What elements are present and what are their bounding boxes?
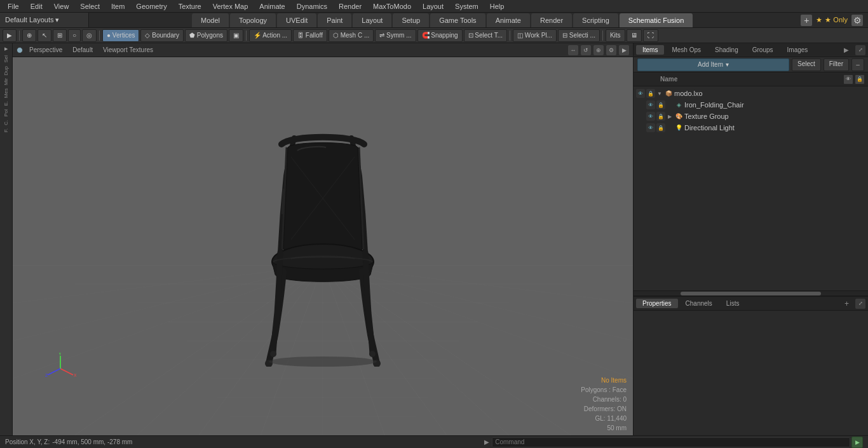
tab-schematic-fusion[interactable]: Schematic Fusion: [620, 13, 693, 27]
tab-groups[interactable]: Groups: [746, 45, 780, 55]
sidebar-expand[interactable]: ▶: [1, 44, 12, 53]
action-button[interactable]: ⚡ Action ...: [249, 29, 292, 42]
sidebar-label-c[interactable]: C.: [3, 119, 10, 126]
tree-row-modo-lxo[interactable]: 👁 🔒 ▼ 📦 modo.lxo: [634, 88, 868, 99]
perspective-label[interactable]: Perspective: [25, 46, 66, 53]
rotate-btn[interactable]: ↺: [581, 45, 591, 55]
sidebar-label-pol[interactable]: Pol: [3, 108, 10, 118]
tab-render[interactable]: Render: [531, 13, 572, 27]
tab-game-tools[interactable]: Game Tools: [430, 13, 485, 27]
add-item-button[interactable]: Add Item ▾: [637, 58, 789, 71]
tree-row-chair[interactable]: 👁 🔒 ◈ Iron_Folding_Chair: [634, 99, 868, 111]
fullscreen-btn[interactable]: ⛶: [643, 29, 658, 42]
menu-layout[interactable]: Layout: [417, 1, 449, 11]
kits-button[interactable]: Kits: [606, 29, 625, 42]
sidebar-label-mir[interactable]: Mir: [3, 77, 10, 86]
sidebar-label-sel[interactable]: Sel: [3, 54, 10, 64]
eye-all-btn[interactable]: 👁: [844, 75, 853, 84]
boundary-button[interactable]: ◇ Boundary: [140, 29, 184, 42]
command-input[interactable]: [492, 437, 850, 447]
tree-row-directional-light[interactable]: 👁 🔒 💡 Directional Light: [634, 122, 868, 133]
menu-maxtomodo[interactable]: MaxToModo: [368, 1, 416, 11]
item-tree[interactable]: 👁 🔒 ▼ 📦 modo.lxo 👁 🔒 ◈ Iron_Folding_Chai…: [634, 86, 868, 290]
menu-dynamics[interactable]: Dynamics: [292, 1, 332, 11]
add-layout-button[interactable]: +: [801, 15, 812, 26]
menu-animate[interactable]: Animate: [254, 1, 290, 11]
tab-scripting[interactable]: Scripting: [573, 13, 618, 27]
menu-geometry[interactable]: Geometry: [131, 1, 172, 11]
menu-file[interactable]: File: [3, 1, 24, 11]
settings-button[interactable]: ⚙: [851, 15, 863, 26]
tree-scrollbar[interactable]: [634, 290, 868, 295]
sidebar-label-f[interactable]: F.: [3, 127, 10, 133]
menu-help[interactable]: Help: [485, 1, 510, 11]
symm-button[interactable]: ⇌ Symm ...: [375, 29, 416, 42]
tab-animate[interactable]: Animate: [487, 13, 530, 27]
snapping-button[interactable]: 🧲 Snapping: [417, 29, 463, 42]
tab-setup[interactable]: Setup: [393, 13, 429, 27]
eye-chair[interactable]: 👁: [646, 100, 655, 109]
menu-select[interactable]: Select: [75, 1, 105, 11]
vertices-button[interactable]: ● Vertices: [102, 29, 139, 42]
lock-modo-lxo[interactable]: 🔒: [646, 89, 655, 98]
tab-topology[interactable]: Topology: [230, 13, 276, 27]
loop-btn[interactable]: ○: [68, 29, 81, 42]
menu-item[interactable]: Item: [106, 1, 130, 11]
sidebar-expand-left[interactable]: ▶: [484, 438, 489, 445]
run-command-btn[interactable]: ▶: [851, 437, 863, 448]
zoom-btn[interactable]: ⊕: [593, 45, 604, 55]
tab-lists[interactable]: Lists: [720, 299, 746, 308]
tab-model[interactable]: Model: [192, 13, 229, 27]
tab-layout[interactable]: Layout: [353, 13, 391, 27]
viewport-canvas[interactable]: X Y Z No Items Polygons : Face Channels:…: [13, 57, 633, 435]
default-label[interactable]: Default: [69, 46, 97, 53]
tab-properties[interactable]: Properties: [636, 299, 678, 308]
select-t-button[interactable]: ⊡ Select T...: [464, 29, 508, 42]
viewport-expand-btn[interactable]: ▶: [619, 45, 629, 55]
tab-mesh-ops[interactable]: Mesh Ops: [665, 45, 707, 55]
lock-chair[interactable]: 🔒: [656, 100, 665, 109]
lock-all-btn[interactable]: 🔒: [855, 75, 864, 84]
cursor-btn[interactable]: ↖: [37, 29, 51, 42]
viewport-settings-btn[interactable]: ⚙: [606, 45, 616, 55]
tab-items[interactable]: Items: [636, 45, 664, 55]
filter-button[interactable]: Filter: [824, 58, 849, 71]
panel-expand-btn[interactable]: ⤢: [855, 45, 865, 55]
lock-directional-light[interactable]: 🔒: [656, 123, 665, 132]
tree-row-texture-group[interactable]: 👁 🔒 ▶ 🎨 Texture Group: [634, 111, 868, 122]
eye-directional-light[interactable]: 👁: [646, 123, 655, 132]
tab-images[interactable]: Images: [781, 45, 815, 55]
layout-dropdown[interactable]: Default Layouts ▾: [0, 13, 89, 27]
minus-button[interactable]: –: [851, 58, 864, 71]
selecti-button[interactable]: ⊟ Selecti ...: [558, 29, 600, 42]
menu-edit[interactable]: Edit: [25, 1, 48, 11]
select-button[interactable]: Select: [792, 58, 821, 71]
menu-render[interactable]: Render: [334, 1, 367, 11]
items-tab-more[interactable]: ▶: [841, 46, 851, 53]
menu-view[interactable]: View: [49, 1, 74, 11]
box-btn[interactable]: ▣: [229, 29, 243, 42]
sidebar-label-mes[interactable]: Mes: [3, 87, 10, 99]
radial-btn[interactable]: ◎: [82, 29, 97, 42]
menu-vertex-map[interactable]: Vertex Map: [208, 1, 254, 11]
eye-texture-group[interactable]: 👁: [646, 112, 655, 121]
monitor-btn[interactable]: 🖥: [627, 29, 642, 42]
add-circle-btn[interactable]: ⊕: [22, 29, 36, 42]
viewport[interactable]: Perspective Default Viewport Textures ↔ …: [13, 43, 633, 435]
properties-expand-btn[interactable]: ⤢: [855, 299, 865, 309]
eye-modo-lxo[interactable]: 👁: [636, 89, 645, 98]
star-only-filter[interactable]: ★ ★ Only: [816, 16, 848, 24]
menu-system[interactable]: System: [450, 1, 484, 11]
sidebar-label-e[interactable]: E.: [3, 100, 10, 107]
camera-fit-btn[interactable]: ↔: [568, 45, 578, 55]
mesh-button[interactable]: ⬡ Mesh C ...: [329, 29, 374, 42]
lock-texture-group[interactable]: 🔒: [656, 112, 665, 121]
grid-btn[interactable]: ⊞: [53, 29, 67, 42]
work-pl-button[interactable]: ◫ Work Pl...: [513, 29, 557, 42]
tab-uvedit[interactable]: UVEdit: [277, 13, 316, 27]
sidebar-label-dup[interactable]: Dup: [3, 65, 10, 77]
tab-shading[interactable]: Shading: [709, 45, 745, 55]
add-properties-tab-btn[interactable]: +: [841, 299, 853, 308]
textures-label[interactable]: Viewport Textures: [99, 46, 157, 53]
menu-texture[interactable]: Texture: [173, 1, 207, 11]
